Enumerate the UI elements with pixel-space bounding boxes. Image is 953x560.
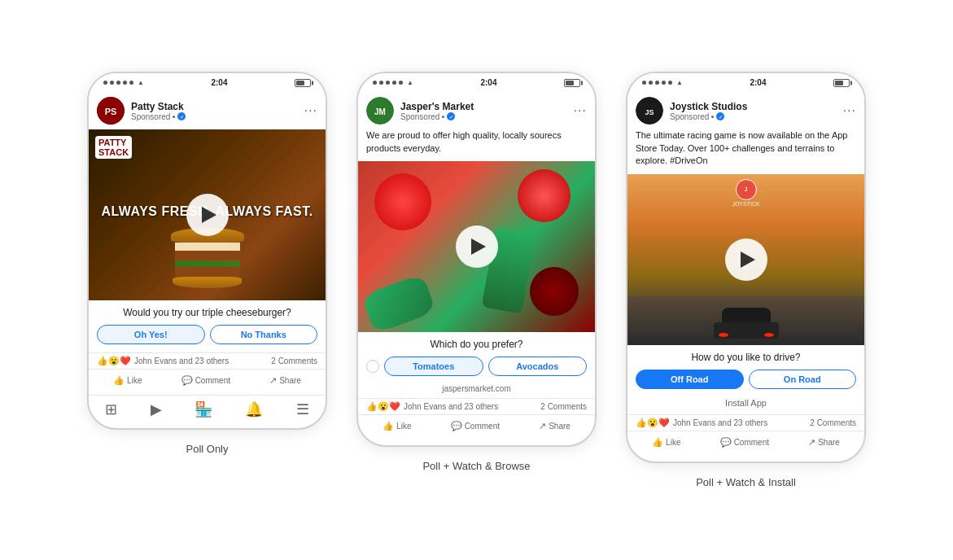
comment-icon-1: 💬: [181, 375, 193, 386]
advertiser-avatar-1: PS: [97, 97, 125, 125]
brand-logo-box-1: PATTYSTACK: [95, 136, 132, 159]
video-area-1[interactable]: PATTYSTACK ALWAYS FRESH. ALWAYS FAST.: [89, 129, 326, 300]
play-button-1[interactable]: [186, 194, 229, 236]
poll-section-2: Which do you prefer? Tomatoes Avocados: [358, 332, 595, 383]
reactions-row-2: 👍😮❤️ John Evans and 23 others 2 Comments: [358, 398, 595, 414]
poll-option-1b[interactable]: No Thanks: [210, 325, 318, 344]
play-button-3[interactable]: [725, 238, 767, 281]
phone-label-3: Poll + Watch & Install: [696, 476, 796, 488]
fb-header-3: JS Joystick Studios Sponsored ···: [627, 90, 864, 129]
reaction-emoji-1: 👍😮❤️: [97, 357, 131, 365]
reaction-emoji-3: 👍😮❤️: [636, 418, 670, 427]
signal-bars: ▲: [138, 79, 144, 86]
phone-dot: [129, 81, 133, 85]
comment-icon-2: 💬: [451, 421, 462, 431]
verified-icon-3: [716, 112, 724, 120]
cherries: [530, 267, 579, 316]
nav-bell-icon[interactable]: 🔔: [245, 400, 263, 418]
phone-dots-2: ▲: [373, 79, 413, 86]
avocado: [361, 273, 436, 332]
reactions-text-1: John Evans and 23 others: [134, 357, 229, 365]
video-logo-1: PATTYSTACK: [95, 136, 132, 159]
more-options-2[interactable]: ···: [574, 103, 587, 118]
like-icon-1: 👍: [113, 375, 125, 386]
poll-option-3a[interactable]: Off Road: [636, 370, 744, 389]
like-button-3[interactable]: 👍 Like: [647, 435, 685, 450]
phone-wrapper-2: ▲ 2:04 JM Jasper's Market: [356, 72, 597, 472]
phone-label-2: Poll + Watch & Browse: [422, 460, 530, 472]
comments-count-2: 2 Comments: [540, 402, 587, 411]
game-logo-3: J JOYSTICK: [732, 179, 759, 207]
svg-text:JS: JS: [645, 108, 654, 116]
comment-button-2[interactable]: 💬 Comment: [446, 418, 505, 434]
play-button-2[interactable]: [456, 225, 498, 268]
phone-wrapper-3: ▲ 2:04 JS Joystick Studios: [626, 72, 866, 488]
phone-dot: [110, 81, 114, 85]
comment-button-3[interactable]: 💬 Comment: [715, 435, 774, 450]
phone-label-1: Poll Only: [186, 443, 228, 455]
svg-text:JM: JM: [374, 107, 386, 116]
fb-header-1: PS Patty Stack Sponsored ···: [89, 90, 326, 129]
burger-visual: [171, 228, 244, 288]
like-button-1[interactable]: 👍 Like: [108, 373, 146, 388]
poll-radio-1[interactable]: [366, 360, 379, 373]
nav-marketplace-icon[interactable]: 🏪: [195, 400, 212, 418]
tomato-2: [518, 169, 570, 222]
advertiser-name-1: Patty Stack: [131, 101, 298, 112]
phone-dots-1: ▲: [103, 79, 144, 86]
poll-option-2a[interactable]: Tomatoes: [384, 357, 483, 376]
share-button-2[interactable]: ↗ Share: [534, 418, 575, 434]
reactions-row-1: 👍😮❤️ John Evans and 23 others 2 Comments: [89, 352, 326, 369]
share-button-1[interactable]: ↗ Share: [264, 373, 306, 388]
share-icon-3: ↗: [808, 437, 815, 448]
more-options-3[interactable]: ···: [843, 103, 856, 118]
comment-button-1[interactable]: 💬 Comment: [177, 373, 235, 388]
battery-fill: [296, 81, 304, 85]
advertiser-name-2: Jasper's Market: [400, 101, 567, 112]
verified-icon-2: [447, 112, 455, 120]
install-app-3[interactable]: Install App: [627, 396, 864, 413]
poll-option-3b[interactable]: On Road: [749, 370, 857, 389]
actions-row-1: 👍 Like 💬 Comment ↗ Share: [89, 369, 326, 392]
verified-icon-1: [177, 112, 186, 120]
share-button-3[interactable]: ↗ Share: [803, 435, 845, 450]
advertiser-avatar-3: JS: [636, 97, 663, 125]
poll-option-1a[interactable]: Oh Yes!: [97, 325, 205, 344]
phone-1: ▲ 2:04 PS Patty Stack Spo: [87, 72, 327, 430]
fb-header-2: JM Jasper's Market Sponsored ···: [358, 90, 595, 129]
reactions-left-2: 👍😮❤️ John Evans and 23 others: [366, 402, 498, 411]
link-section-2[interactable]: jaspersmarket.com: [358, 383, 595, 396]
video-area-2[interactable]: [358, 161, 595, 332]
game-logo-text: JOYSTICK: [732, 201, 759, 207]
svg-text:PS: PS: [105, 107, 117, 116]
poll-question-2: Which do you prefer?: [366, 339, 587, 350]
poll-circle-1[interactable]: [366, 357, 379, 376]
phone-battery-3: [833, 79, 850, 87]
phone-top-bar-1: ▲ 2:04: [89, 73, 326, 90]
like-icon-2: 👍: [383, 421, 394, 431]
more-options-1[interactable]: ···: [304, 103, 317, 118]
poll-options-3: Off Road On Road: [636, 370, 856, 389]
phone-time-3: 2:04: [750, 78, 766, 87]
like-icon-3: 👍: [652, 437, 663, 448]
advertiser-sponsored-1: Sponsored: [131, 112, 298, 121]
share-icon-1: ↗: [269, 375, 277, 386]
fb-header-info-1: Patty Stack Sponsored: [131, 101, 298, 121]
actions-row-3: 👍 Like 💬 Comment ↗ Share: [627, 431, 864, 453]
poll-question-3: How do you like to drive?: [636, 352, 856, 363]
nav-menu-icon[interactable]: ☰: [296, 400, 309, 418]
like-button-2[interactable]: 👍 Like: [378, 418, 416, 434]
poll-option-2b[interactable]: Avocados: [488, 357, 588, 376]
nav-home-icon[interactable]: ⊞: [105, 400, 117, 418]
advertiser-sponsored-2: Sponsored: [400, 112, 567, 121]
phone-3: ▲ 2:04 JS Joystick Studios: [626, 72, 866, 462]
reactions-left-3: 👍😮❤️ John Evans and 23 others: [636, 418, 767, 427]
poll-options-1: Oh Yes! No Thanks: [97, 325, 317, 344]
tomato-1: [374, 173, 431, 230]
comments-count-3: 2 Comments: [810, 418, 856, 427]
nav-video-icon[interactable]: ▶: [151, 400, 162, 418]
phone-time-1: 2:04: [211, 78, 227, 87]
post-text-3: The ultimate racing game is now availabl…: [627, 129, 864, 173]
phone-dot: [123, 81, 127, 85]
video-area-3[interactable]: J JOYSTICK: [627, 174, 864, 345]
